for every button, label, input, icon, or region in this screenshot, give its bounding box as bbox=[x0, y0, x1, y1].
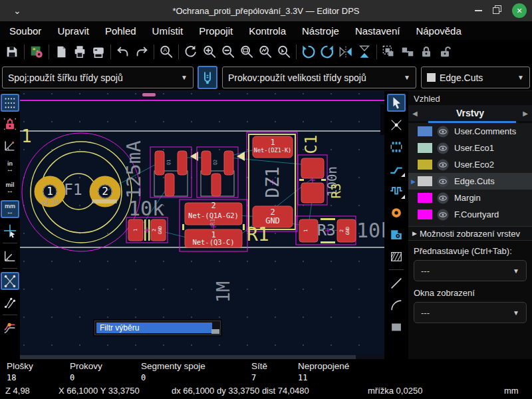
undo-button[interactable] bbox=[114, 43, 132, 61]
rotate-cw-button[interactable] bbox=[318, 43, 336, 61]
highlight-net-button[interactable] bbox=[387, 116, 406, 134]
crosshair-cursor-button[interactable] bbox=[1, 221, 19, 239]
close-icon[interactable]: × bbox=[512, 3, 527, 18]
menu-napoveda[interactable]: Nápověda bbox=[408, 23, 469, 39]
viewports-dropdown[interactable]: ---▼ bbox=[414, 302, 527, 323]
layer-row-edge-cuts[interactable]: ▶Edge.Cuts bbox=[408, 173, 532, 190]
zoom-objects-button[interactable] bbox=[256, 43, 275, 61]
selection-filter-title[interactable]: Filtr výběru bbox=[96, 323, 212, 333]
active-layer-dropdown[interactable]: Edge.Cuts▼ bbox=[421, 66, 530, 88]
svg-text:A: A bbox=[163, 47, 167, 53]
zoom-in-button[interactable] bbox=[200, 43, 219, 61]
plot-button[interactable] bbox=[89, 43, 108, 61]
menu-umistit[interactable]: Umístit bbox=[144, 23, 192, 39]
status-label-plosky: Plošky bbox=[7, 361, 33, 371]
board-setup-button[interactable] bbox=[27, 43, 46, 61]
units-mm-button[interactable]: mm↔ bbox=[1, 200, 19, 218]
via-size-dropdown[interactable]: Prokov:použít velikosti třídy spojů▼ bbox=[222, 66, 416, 88]
layer-row-user-eco1[interactable]: User.Eco1 bbox=[408, 140, 532, 156]
visibility-eye-icon[interactable] bbox=[437, 225, 449, 227]
visibility-eye-icon[interactable] bbox=[437, 159, 449, 171]
layer-row-margin[interactable]: Margin bbox=[408, 190, 532, 206]
select-tool-button[interactable] bbox=[387, 94, 406, 112]
unlock-button[interactable] bbox=[436, 43, 454, 61]
flip-horizontal-button[interactable] bbox=[336, 43, 355, 61]
minimize-icon[interactable] bbox=[475, 10, 482, 11]
lock-button[interactable] bbox=[417, 43, 436, 61]
ratsnest-visibility-button[interactable] bbox=[1, 272, 19, 290]
layer-display-options-header[interactable]: ▶ Možnosti zobrazení vrstev bbox=[408, 226, 532, 241]
q1-fab-ref: Q1 bbox=[167, 152, 172, 172]
find-button[interactable]: A bbox=[157, 43, 176, 61]
limit-45-button[interactable] bbox=[1, 247, 19, 265]
tune-length-button[interactable] bbox=[387, 182, 406, 200]
curved-ratsnest-button[interactable] bbox=[1, 293, 19, 311]
menu-nastaveni[interactable]: Nastavení bbox=[347, 23, 408, 39]
draw-rectangle-button[interactable] bbox=[387, 318, 406, 336]
menu-soubor[interactable]: Soubor bbox=[1, 23, 49, 39]
menu-kontrola[interactable]: Kontrola bbox=[241, 23, 294, 39]
title-bar[interactable]: ⌄ *Ochrana_proti_přepólování_3.3V — Edit… bbox=[0, 0, 532, 21]
layer-row-user-comments[interactable]: User.Comments bbox=[408, 123, 532, 140]
menu-propojit[interactable]: Propojit bbox=[191, 23, 241, 39]
add-zone-button[interactable] bbox=[387, 225, 406, 243]
add-via-button[interactable] bbox=[387, 203, 406, 221]
save-button[interactable] bbox=[3, 43, 21, 61]
grid-visibility-button[interactable] bbox=[1, 94, 19, 112]
pcb-canvas[interactable]: 1 125mA F1 1 2 +3.3V Q1 Q2 10k 1 2 GND 2… bbox=[20, 91, 384, 359]
group-button[interactable] bbox=[380, 43, 398, 61]
zoom-selection-button[interactable] bbox=[275, 43, 293, 61]
menu-pohled[interactable]: Pohled bbox=[97, 23, 144, 39]
layer-color-swatch[interactable] bbox=[418, 126, 432, 136]
redo-button[interactable] bbox=[132, 43, 151, 61]
tab-layers[interactable]: Vrstvy bbox=[422, 108, 519, 118]
zoom-out-button[interactable] bbox=[219, 43, 237, 61]
polar-coordinates-button[interactable] bbox=[1, 136, 19, 154]
visibility-eye-icon[interactable] bbox=[437, 142, 449, 154]
add-footprint-button[interactable] bbox=[387, 138, 406, 156]
draw-arc-button[interactable] bbox=[387, 296, 406, 314]
r3-ref: R3 bbox=[330, 180, 343, 202]
visibility-eye-icon[interactable] bbox=[437, 126, 449, 138]
toolbar-separator bbox=[178, 45, 179, 59]
resize-grip[interactable] bbox=[211, 329, 219, 334]
draw-line-button[interactable] bbox=[387, 274, 406, 292]
track-via-properties-button[interactable] bbox=[198, 66, 217, 89]
tab-scroll-left-icon[interactable]: ◀ bbox=[408, 110, 422, 117]
active-layer-arrow-icon: ▶ bbox=[411, 178, 418, 185]
toolbar-separator bbox=[3, 315, 17, 315]
layer-color-swatch[interactable] bbox=[418, 176, 432, 186]
units-mils-button[interactable]: mil↔ bbox=[1, 179, 19, 197]
ungroup-button[interactable] bbox=[398, 43, 417, 61]
layer-row-f-courtyard[interactable]: F.Courtyard bbox=[408, 206, 532, 223]
print-button[interactable] bbox=[70, 43, 89, 61]
visibility-eye-icon[interactable] bbox=[437, 209, 449, 221]
flip-vertical-button[interactable] bbox=[355, 43, 374, 61]
zoom-page-button[interactable] bbox=[237, 43, 256, 61]
vertical-scrollbar[interactable] bbox=[380, 100, 384, 353]
tab-scroll-right-icon[interactable]: ▶ bbox=[519, 110, 532, 117]
track-width-dropdown[interactable]: Spoj:použít šířku třídy spojů▼ bbox=[2, 66, 194, 88]
layer-color-swatch[interactable] bbox=[418, 143, 432, 153]
layer-row-user-eco2[interactable]: User.Eco2 bbox=[408, 156, 532, 173]
layer-name: F.Courtyard bbox=[454, 209, 499, 219]
menu-nastroje[interactable]: Nástroje bbox=[294, 23, 347, 39]
page-setup-button[interactable] bbox=[52, 43, 70, 61]
refresh-button[interactable] bbox=[182, 43, 200, 61]
locked-items-button[interactable] bbox=[1, 115, 19, 133]
route-tracks-button[interactable] bbox=[387, 160, 406, 178]
layer-color-swatch[interactable] bbox=[418, 209, 432, 219]
menu-upravit[interactable]: Upravit bbox=[49, 23, 97, 39]
selection-filter-panel[interactable]: Filtr výběru bbox=[94, 321, 221, 335]
visibility-eye-icon[interactable] bbox=[437, 192, 449, 204]
visibility-eye-icon[interactable] bbox=[437, 176, 449, 188]
layer-color-swatch[interactable] bbox=[418, 193, 432, 203]
add-keepout-button[interactable] bbox=[387, 247, 406, 265]
layer-color-swatch[interactable] bbox=[418, 160, 432, 170]
units-inches-button[interactable]: in↔ bbox=[1, 158, 19, 176]
presets-dropdown[interactable]: ---▼ bbox=[414, 260, 527, 281]
rotate-ccw-button[interactable] bbox=[299, 43, 318, 61]
restore-icon[interactable] bbox=[493, 5, 501, 17]
track-display-mode-button[interactable] bbox=[1, 319, 19, 336]
status-value-site: 7 bbox=[251, 373, 256, 382]
